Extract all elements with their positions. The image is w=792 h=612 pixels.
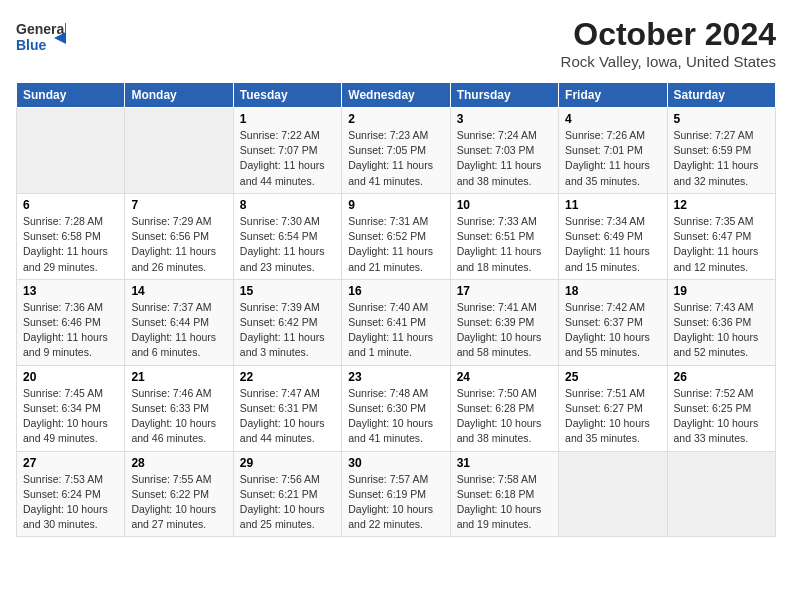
weekday-header: Sunday — [17, 83, 125, 108]
day-number: 19 — [674, 284, 769, 298]
day-info: Sunrise: 7:31 AMSunset: 6:52 PMDaylight:… — [348, 214, 443, 275]
day-info: Sunrise: 7:50 AMSunset: 6:28 PMDaylight:… — [457, 386, 552, 447]
calendar-cell: 17Sunrise: 7:41 AMSunset: 6:39 PMDayligh… — [450, 279, 558, 365]
calendar-cell: 1Sunrise: 7:22 AMSunset: 7:07 PMDaylight… — [233, 108, 341, 194]
day-info: Sunrise: 7:48 AMSunset: 6:30 PMDaylight:… — [348, 386, 443, 447]
calendar-cell: 13Sunrise: 7:36 AMSunset: 6:46 PMDayligh… — [17, 279, 125, 365]
calendar-cell: 11Sunrise: 7:34 AMSunset: 6:49 PMDayligh… — [559, 193, 667, 279]
day-info: Sunrise: 7:53 AMSunset: 6:24 PMDaylight:… — [23, 472, 118, 533]
calendar-cell: 9Sunrise: 7:31 AMSunset: 6:52 PMDaylight… — [342, 193, 450, 279]
day-number: 14 — [131, 284, 226, 298]
day-info: Sunrise: 7:55 AMSunset: 6:22 PMDaylight:… — [131, 472, 226, 533]
day-info: Sunrise: 7:35 AMSunset: 6:47 PMDaylight:… — [674, 214, 769, 275]
calendar-cell: 6Sunrise: 7:28 AMSunset: 6:58 PMDaylight… — [17, 193, 125, 279]
day-number: 8 — [240, 198, 335, 212]
calendar-cell: 28Sunrise: 7:55 AMSunset: 6:22 PMDayligh… — [125, 451, 233, 537]
calendar-cell: 27Sunrise: 7:53 AMSunset: 6:24 PMDayligh… — [17, 451, 125, 537]
day-number: 29 — [240, 456, 335, 470]
calendar-cell: 30Sunrise: 7:57 AMSunset: 6:19 PMDayligh… — [342, 451, 450, 537]
calendar-cell: 15Sunrise: 7:39 AMSunset: 6:42 PMDayligh… — [233, 279, 341, 365]
day-info: Sunrise: 7:47 AMSunset: 6:31 PMDaylight:… — [240, 386, 335, 447]
day-number: 20 — [23, 370, 118, 384]
calendar-cell: 3Sunrise: 7:24 AMSunset: 7:03 PMDaylight… — [450, 108, 558, 194]
weekday-header-row: SundayMondayTuesdayWednesdayThursdayFrid… — [17, 83, 776, 108]
day-info: Sunrise: 7:29 AMSunset: 6:56 PMDaylight:… — [131, 214, 226, 275]
day-number: 21 — [131, 370, 226, 384]
day-number: 1 — [240, 112, 335, 126]
calendar-week-row: 6Sunrise: 7:28 AMSunset: 6:58 PMDaylight… — [17, 193, 776, 279]
calendar-week-row: 27Sunrise: 7:53 AMSunset: 6:24 PMDayligh… — [17, 451, 776, 537]
calendar-cell: 5Sunrise: 7:27 AMSunset: 6:59 PMDaylight… — [667, 108, 775, 194]
calendar-cell: 26Sunrise: 7:52 AMSunset: 6:25 PMDayligh… — [667, 365, 775, 451]
day-number: 11 — [565, 198, 660, 212]
day-info: Sunrise: 7:39 AMSunset: 6:42 PMDaylight:… — [240, 300, 335, 361]
day-info: Sunrise: 7:52 AMSunset: 6:25 PMDaylight:… — [674, 386, 769, 447]
calendar-cell: 21Sunrise: 7:46 AMSunset: 6:33 PMDayligh… — [125, 365, 233, 451]
page-title: October 2024 — [561, 16, 776, 53]
weekday-header: Tuesday — [233, 83, 341, 108]
day-number: 24 — [457, 370, 552, 384]
weekday-header: Thursday — [450, 83, 558, 108]
weekday-header: Wednesday — [342, 83, 450, 108]
calendar-cell — [17, 108, 125, 194]
day-info: Sunrise: 7:51 AMSunset: 6:27 PMDaylight:… — [565, 386, 660, 447]
day-number: 28 — [131, 456, 226, 470]
calendar-cell: 8Sunrise: 7:30 AMSunset: 6:54 PMDaylight… — [233, 193, 341, 279]
calendar-cell: 14Sunrise: 7:37 AMSunset: 6:44 PMDayligh… — [125, 279, 233, 365]
day-info: Sunrise: 7:27 AMSunset: 6:59 PMDaylight:… — [674, 128, 769, 189]
calendar-cell: 23Sunrise: 7:48 AMSunset: 6:30 PMDayligh… — [342, 365, 450, 451]
day-info: Sunrise: 7:57 AMSunset: 6:19 PMDaylight:… — [348, 472, 443, 533]
day-number: 17 — [457, 284, 552, 298]
calendar-cell: 29Sunrise: 7:56 AMSunset: 6:21 PMDayligh… — [233, 451, 341, 537]
day-info: Sunrise: 7:42 AMSunset: 6:37 PMDaylight:… — [565, 300, 660, 361]
calendar-cell: 31Sunrise: 7:58 AMSunset: 6:18 PMDayligh… — [450, 451, 558, 537]
calendar-cell: 24Sunrise: 7:50 AMSunset: 6:28 PMDayligh… — [450, 365, 558, 451]
calendar-cell: 2Sunrise: 7:23 AMSunset: 7:05 PMDaylight… — [342, 108, 450, 194]
day-info: Sunrise: 7:23 AMSunset: 7:05 PMDaylight:… — [348, 128, 443, 189]
calendar-cell: 19Sunrise: 7:43 AMSunset: 6:36 PMDayligh… — [667, 279, 775, 365]
logo-icon: General Blue — [16, 16, 66, 58]
day-info: Sunrise: 7:58 AMSunset: 6:18 PMDaylight:… — [457, 472, 552, 533]
day-info: Sunrise: 7:40 AMSunset: 6:41 PMDaylight:… — [348, 300, 443, 361]
calendar-cell: 7Sunrise: 7:29 AMSunset: 6:56 PMDaylight… — [125, 193, 233, 279]
calendar-cell: 20Sunrise: 7:45 AMSunset: 6:34 PMDayligh… — [17, 365, 125, 451]
weekday-header: Monday — [125, 83, 233, 108]
calendar-cell: 4Sunrise: 7:26 AMSunset: 7:01 PMDaylight… — [559, 108, 667, 194]
day-number: 7 — [131, 198, 226, 212]
calendar-week-row: 20Sunrise: 7:45 AMSunset: 6:34 PMDayligh… — [17, 365, 776, 451]
day-number: 26 — [674, 370, 769, 384]
day-number: 13 — [23, 284, 118, 298]
day-info: Sunrise: 7:24 AMSunset: 7:03 PMDaylight:… — [457, 128, 552, 189]
calendar-week-row: 1Sunrise: 7:22 AMSunset: 7:07 PMDaylight… — [17, 108, 776, 194]
day-info: Sunrise: 7:37 AMSunset: 6:44 PMDaylight:… — [131, 300, 226, 361]
day-number: 12 — [674, 198, 769, 212]
day-number: 4 — [565, 112, 660, 126]
day-number: 18 — [565, 284, 660, 298]
day-number: 15 — [240, 284, 335, 298]
calendar-cell — [559, 451, 667, 537]
title-block: October 2024 Rock Valley, Iowa, United S… — [561, 16, 776, 70]
day-info: Sunrise: 7:22 AMSunset: 7:07 PMDaylight:… — [240, 128, 335, 189]
calendar-cell: 16Sunrise: 7:40 AMSunset: 6:41 PMDayligh… — [342, 279, 450, 365]
day-number: 10 — [457, 198, 552, 212]
day-number: 3 — [457, 112, 552, 126]
logo: General Blue — [16, 16, 66, 58]
day-number: 6 — [23, 198, 118, 212]
calendar-cell: 25Sunrise: 7:51 AMSunset: 6:27 PMDayligh… — [559, 365, 667, 451]
calendar-cell: 10Sunrise: 7:33 AMSunset: 6:51 PMDayligh… — [450, 193, 558, 279]
calendar-cell: 22Sunrise: 7:47 AMSunset: 6:31 PMDayligh… — [233, 365, 341, 451]
day-number: 25 — [565, 370, 660, 384]
day-info: Sunrise: 7:41 AMSunset: 6:39 PMDaylight:… — [457, 300, 552, 361]
day-number: 22 — [240, 370, 335, 384]
calendar-cell — [667, 451, 775, 537]
day-info: Sunrise: 7:30 AMSunset: 6:54 PMDaylight:… — [240, 214, 335, 275]
day-number: 31 — [457, 456, 552, 470]
calendar-week-row: 13Sunrise: 7:36 AMSunset: 6:46 PMDayligh… — [17, 279, 776, 365]
day-number: 27 — [23, 456, 118, 470]
weekday-header: Friday — [559, 83, 667, 108]
day-info: Sunrise: 7:56 AMSunset: 6:21 PMDaylight:… — [240, 472, 335, 533]
day-info: Sunrise: 7:43 AMSunset: 6:36 PMDaylight:… — [674, 300, 769, 361]
day-info: Sunrise: 7:45 AMSunset: 6:34 PMDaylight:… — [23, 386, 118, 447]
day-info: Sunrise: 7:26 AMSunset: 7:01 PMDaylight:… — [565, 128, 660, 189]
day-info: Sunrise: 7:46 AMSunset: 6:33 PMDaylight:… — [131, 386, 226, 447]
